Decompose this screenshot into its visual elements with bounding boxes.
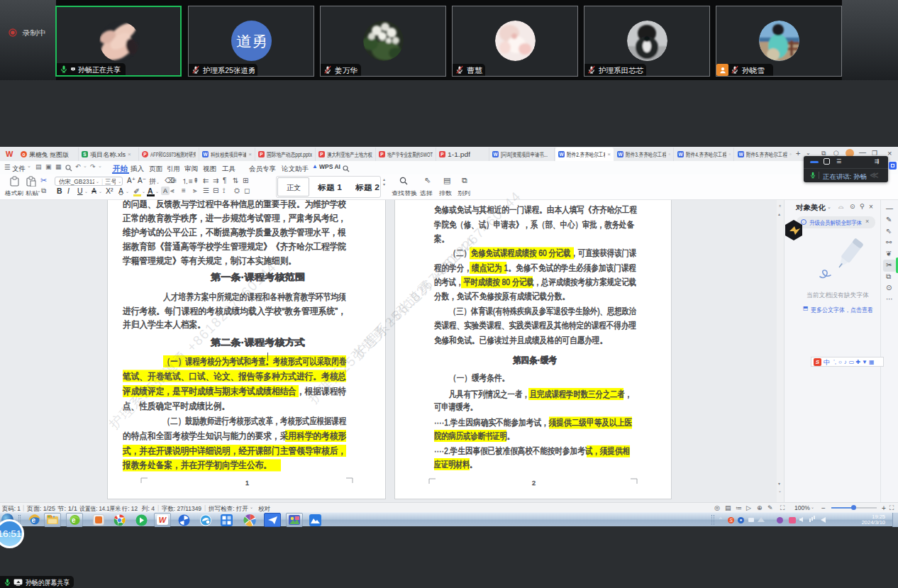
svg-text:查找替换: 查找替换 bbox=[392, 190, 417, 196]
svg-text:曹慧: 曹慧 bbox=[467, 66, 483, 74]
svg-text:正在讲话: 孙畅: 正在讲话: 孙畅 bbox=[823, 173, 867, 180]
svg-text:字数: 27/11349: 字数: 27/11349 bbox=[162, 505, 201, 512]
svg-text:报教务处备案，并在开学初向学生公布。: 报教务处备案，并在开学初向学生公布。 bbox=[122, 460, 272, 470]
svg-text:孙畅的屏幕共享: 孙畅的屏幕共享 bbox=[26, 578, 70, 587]
svg-text:行: 12: 行: 12 bbox=[121, 505, 138, 512]
svg-text:点、性质确定平时成绩比例。: 点、性质确定平时成绩比例。 bbox=[123, 401, 230, 411]
svg-text:项目名称.xls: 项目名称.xls bbox=[90, 151, 126, 158]
svg-text:进行考核。每门课程的考核成绩均载入学校“教务管理系统”，: 进行考核。每门课程的考核成绩均载入学校“教务管理系统”， bbox=[123, 306, 346, 316]
svg-text:护理系田芯芯: 护理系田芯芯 bbox=[599, 66, 644, 74]
svg-text:审阅: 审阅 bbox=[184, 165, 198, 172]
svg-text:升级会员解锁全部字体: 升级会员解锁全部字体 bbox=[809, 219, 862, 226]
svg-text:校对: 校对 bbox=[258, 505, 271, 512]
svg-text:类课程、实验类课程、实践类课程及其他特定的课程不得办理: 类课程、实验类课程、实践类课程及其他特定的课程不得办理 bbox=[434, 321, 636, 331]
svg-text:国际地产动态ppt.pptx: 国际地产动态ppt.pptx bbox=[267, 151, 312, 158]
svg-text:（二）鼓励教师进行考核形式改革，考核形式应根据课程: （二）鼓励教师进行考核形式改革，考核形式应根据课程 bbox=[163, 416, 346, 426]
svg-text:····2.学生因事假已被准假高校不能按时参加考试，须提供相: ····2.学生因事假已被准假高校不能按时参加考试，须提供相 bbox=[434, 446, 630, 456]
svg-text:当前文档没有缺失字体: 当前文档没有缺失字体 bbox=[806, 292, 869, 299]
svg-text:文件: 文件 bbox=[12, 165, 26, 172]
svg-text:学院免（修、试）申请表》，系（部、中心）审批，教务处备: 学院免（修、试）申请表》，系（部、中心）审批，教务处备 bbox=[434, 220, 634, 230]
svg-text:免修或免试与其相近的一门课程。由本人填写《齐齐哈尔工程: 免修或免试与其相近的一门课程。由本人填写《齐齐哈尔工程 bbox=[434, 205, 637, 215]
svg-text:[问询]资规项目申请书...: [问询]资规项目申请书... bbox=[501, 151, 548, 158]
svg-text:并归入学生本人档案。: 并归入学生本人档案。 bbox=[123, 319, 206, 330]
svg-text:三号: 三号 bbox=[105, 178, 116, 185]
svg-text:AFP和GS973检测对研究: AFP和GS973检测对研究 bbox=[150, 151, 196, 158]
svg-text:页面: 页面 bbox=[149, 165, 163, 172]
svg-text:附件3.齐齐哈尔工程: 附件3.齐齐哈尔工程 bbox=[626, 151, 666, 158]
svg-text:别列: 别列 bbox=[458, 190, 470, 196]
svg-text:开始: 开始 bbox=[112, 165, 128, 172]
svg-text:更多公文字体，点击查看: 更多公文字体，点击查看 bbox=[811, 306, 873, 314]
svg-text:仿宋_GB2312: 仿宋_GB2312 bbox=[59, 178, 94, 185]
svg-text:据教育部《普通高等学校学生管理规定》《齐齐哈尔工程学院: 据教育部《普通高等学校学生管理规定》《齐齐哈尔工程学院 bbox=[123, 241, 346, 252]
svg-text:免修和免试。已修读过并且成绩及格的可自愿办理。: 免修和免试。已修读过并且成绩及格的可自愿办理。 bbox=[434, 335, 607, 345]
svg-text:对象美化: 对象美化 bbox=[795, 204, 826, 211]
svg-text:e: e bbox=[32, 516, 36, 524]
svg-text:可申请缓考。: 可申请缓考。 bbox=[434, 402, 477, 412]
svg-text:1: 1 bbox=[245, 479, 249, 487]
svg-text:选择: 选择 bbox=[420, 190, 433, 196]
svg-text:正文: 正文 bbox=[287, 184, 301, 192]
svg-text:分数，免试不免修按原有成绩记载分数。: 分数，免试不免修按原有成绩记载分数。 bbox=[434, 292, 570, 301]
svg-text:维护考试的公平公正，不断提高教学质量及教学管理水平，根: 维护考试的公平公正，不断提高教学质量及教学管理水平，根 bbox=[123, 227, 346, 238]
svg-text:录制中: 录制中 bbox=[22, 28, 46, 37]
svg-text:e: e bbox=[72, 516, 76, 524]
svg-text:院的病历或诊断书证明。: 院的病历或诊断书证明。 bbox=[434, 431, 514, 441]
svg-text:引用: 引用 bbox=[167, 165, 180, 172]
svg-text:的特点和全面考核学生知识与能力的要求，采用科学的考核形: 的特点和全面考核学生知识与能力的要求，采用科学的考核形 bbox=[123, 431, 346, 441]
svg-text:2: 2 bbox=[532, 479, 536, 487]
svg-text:中: 中 bbox=[824, 359, 830, 366]
svg-text:学籍管理规定》等有关规定，制订本实施细则。: 学籍管理规定》等有关规定，制订本实施细则。 bbox=[123, 255, 296, 266]
svg-text:程的学分，绩点记为 1。免修不免试的学生必须参加该门课程: 程的学分，绩点记为 1。免修不免试的学生必须参加该门课程 bbox=[434, 263, 636, 273]
svg-text:姜万华: 姜万华 bbox=[335, 66, 358, 74]
svg-text:标题 2: 标题 2 bbox=[355, 183, 379, 192]
svg-text:页码: 1: 页码: 1 bbox=[1, 505, 21, 512]
svg-text:附件5.齐齐哈尔工程: 附件5.齐齐哈尔工程 bbox=[746, 151, 787, 158]
svg-text:节: 1/1: 节: 1/1 bbox=[57, 505, 77, 512]
svg-text:案。: 案。 bbox=[434, 234, 449, 244]
svg-text:式，并在开课说明中详细说明，经开课部门主管领导审核后，: 式，并在开课说明中详细说明，经开课部门主管领导审核后， bbox=[123, 445, 346, 456]
svg-text:拼写检查: 打开: 拼写检查: 打开 bbox=[208, 505, 248, 512]
svg-text:第二条·课程考核方式: 第二条·课程考核方式 bbox=[210, 337, 305, 348]
svg-text:（二）免修免试课程成绩按 60 分记载，可直接获得该门课: （二）免修免试课程成绩按 60 分记载，可直接获得该门课 bbox=[449, 248, 636, 258]
svg-text:设置值: 14.1厘米: 设置值: 14.1厘米 bbox=[79, 505, 121, 512]
svg-text:的问题、反馈教与学过程中各种信息的重要手段。为维护学校: 的问题、反馈教与学过程中各种信息的重要手段。为维护学校 bbox=[123, 200, 346, 209]
svg-text:视图: 视图 bbox=[203, 165, 216, 172]
svg-text:正常的教育教学秩序，进一步规范考试管理，严肃考风考纪，: 正常的教育教学秩序，进一步规范考试管理，严肃考风考纪， bbox=[123, 213, 346, 223]
svg-text:科技校类项目申请书: 科技校类项目申请书 bbox=[211, 151, 246, 158]
svg-text:格式刷: 格式刷 bbox=[4, 190, 23, 196]
svg-text:应证明材料。: 应证明材料。 bbox=[434, 460, 477, 470]
svg-text:澳大利亚地产土地方权: 澳大利亚地产土地方权 bbox=[327, 151, 372, 158]
svg-text:的考试，平时成绩按 80 分记载，总评成绩按考核方案规定记载: 的考试，平时成绩按 80 分记载，总评成绩按考核方案规定记载 bbox=[434, 277, 636, 287]
svg-text:附件2.齐齐哈尔工程: 附件2.齐齐哈尔工程 bbox=[567, 151, 605, 158]
svg-text:（三）体育课(有特殊疾病及参军退役学生除外)、思想政治: （三）体育课(有特殊疾病及参军退役学生除外)、思想政治 bbox=[449, 306, 636, 316]
svg-text:孙畅正在共享: 孙畅正在共享 bbox=[78, 65, 121, 74]
svg-text:会员专享: 会员专享 bbox=[249, 165, 276, 172]
svg-text:果糖兔 抠图版: 果糖兔 抠图版 bbox=[29, 151, 69, 158]
svg-text:第四条·缓考: 第四条·缓考 bbox=[512, 355, 557, 365]
svg-text:列: 4: 列: 4 bbox=[141, 505, 155, 512]
svg-text:评成绩评定，是平时成绩与期末考试成绩相结合，根据课程特: 评成绩评定，是平时成绩与期末考试成绩相结合，根据课程特 bbox=[122, 386, 346, 396]
svg-text:工具: 工具 bbox=[222, 165, 236, 172]
svg-text:人才培养方案中所规定的课程和各种教育教学环节均须: 人才培养方案中所规定的课程和各种教育教学环节均须 bbox=[163, 292, 346, 302]
svg-text:····1.学生因病确实不能参加考试，须提供二级甲等及以上医: ····1.学生因病确实不能参加考试，须提供二级甲等及以上医 bbox=[434, 418, 632, 428]
svg-text:附件4.齐齐哈尔工程: 附件4.齐齐哈尔工程 bbox=[686, 151, 726, 158]
svg-text:1-1.pdf: 1-1.pdf bbox=[448, 151, 470, 158]
svg-text:（一）缓考条件。: （一）缓考条件。 bbox=[449, 373, 509, 383]
svg-text:笔试、开卷笔试、口试、论文、报告等多种方式进行。考核总: 笔试、开卷笔试、口试、论文、报告等多种方式进行。考核总 bbox=[123, 371, 346, 382]
svg-text:标题 1: 标题 1 bbox=[318, 183, 342, 192]
svg-text:论文助手: 论文助手 bbox=[281, 165, 309, 172]
svg-text:道勇: 道勇 bbox=[236, 33, 267, 49]
svg-text:凡具有下列情况之一者，且完成课程学时数三分之二者，: 凡具有下列情况之一者，且完成课程学时数三分之二者， bbox=[449, 389, 632, 399]
svg-text:地产学专业发展的SWOT: 地产学专业发展的SWOT bbox=[387, 151, 433, 158]
svg-text:第一条·课程考核范围: 第一条·课程考核范围 bbox=[210, 272, 305, 282]
svg-text:护理系25张道勇: 护理系25张道勇 bbox=[203, 66, 255, 74]
svg-text:（一）课程考核分为考试和考查。考核形式可以采取闭卷: （一）课程考核分为考试和考查。考核形式可以采取闭卷 bbox=[163, 356, 346, 367]
svg-text:页面: 1/25: 页面: 1/25 bbox=[26, 505, 55, 512]
svg-text:孙晓雪: 孙晓雪 bbox=[742, 66, 765, 74]
svg-text:排数: 排数 bbox=[439, 190, 452, 196]
svg-text:插入: 插入 bbox=[130, 165, 145, 172]
